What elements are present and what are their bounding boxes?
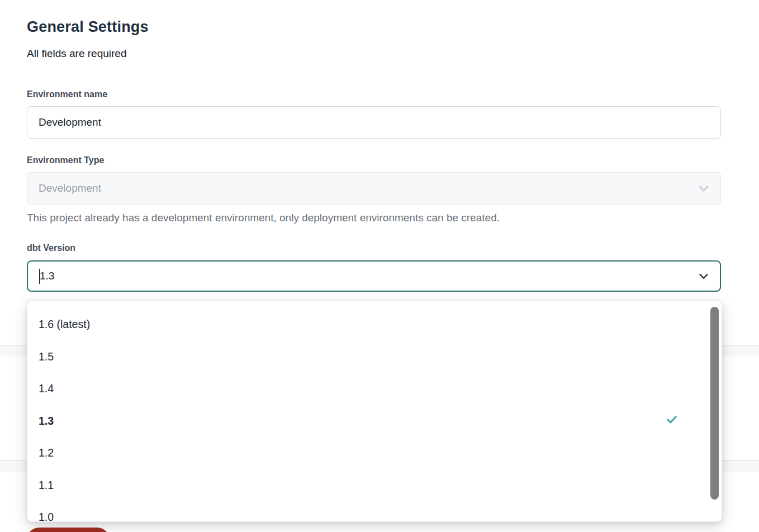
dbt-version-option[interactable]: 1.4 <box>27 373 722 405</box>
option-label: 1.3 <box>39 415 54 428</box>
option-label: 1.1 <box>39 479 54 492</box>
environment-type-label: Environment Type <box>27 155 104 165</box>
dbt-version-option[interactable]: 1.2 <box>27 437 722 469</box>
dbt-version-listbox: 1.6 (latest) 1.5 1.4 1.3 1.2 <box>27 301 722 522</box>
option-label: 1.2 <box>39 446 54 459</box>
option-label: 1.5 <box>39 350 54 363</box>
environment-type-helper: This project already has a development e… <box>27 212 500 224</box>
page-subtitle: All fields are required <box>27 48 126 60</box>
dbt-version-value: 1.3 <box>40 270 54 282</box>
dbt-version-option[interactable]: 1.0 <box>27 501 722 522</box>
environment-type-select: Development <box>27 172 721 205</box>
environment-name-label: Environment name <box>27 89 107 99</box>
dbt-version-option[interactable]: 1.3 <box>27 405 722 438</box>
environment-type-value: Development <box>39 182 101 194</box>
dbt-version-select[interactable]: 1.3 <box>27 260 721 292</box>
page-title: General Settings <box>27 18 149 36</box>
dropdown-scrollbar[interactable] <box>710 307 719 500</box>
option-label: 1.0 <box>39 511 54 522</box>
check-icon <box>666 414 678 429</box>
delete-button[interactable] <box>27 528 110 532</box>
option-label: 1.6 (latest) <box>39 318 90 331</box>
environment-name-input[interactable] <box>27 106 721 139</box>
dbt-version-dropdown: 1.6 (latest) 1.5 1.4 1.3 1.2 <box>27 301 722 522</box>
dbt-version-option[interactable]: 1.1 <box>27 469 722 502</box>
dbt-version-label: dbt Version <box>27 243 75 253</box>
chevron-down-icon <box>697 182 710 195</box>
chevron-down-icon[interactable] <box>698 270 710 282</box>
option-label: 1.4 <box>39 382 54 395</box>
dbt-version-option[interactable]: 1.6 (latest) <box>27 308 722 341</box>
dbt-version-option[interactable]: 1.5 <box>27 341 722 373</box>
